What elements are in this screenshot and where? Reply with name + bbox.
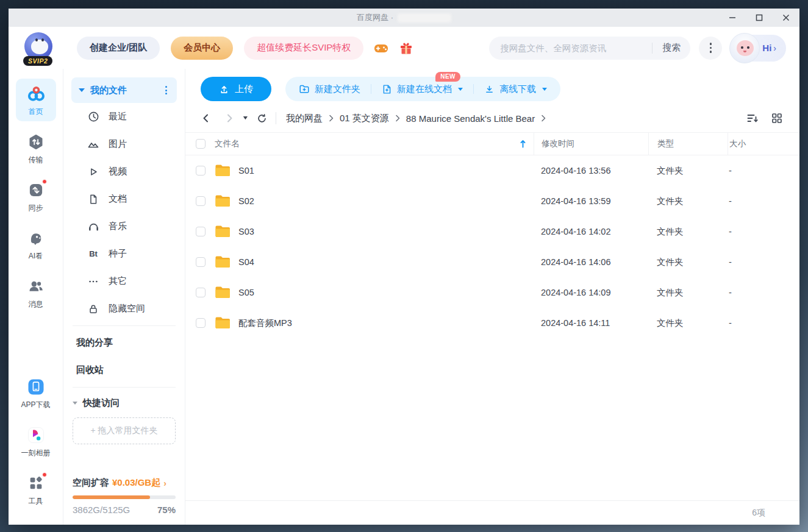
file-name[interactable]: S04 (238, 257, 254, 267)
sidebar-item-torrents[interactable]: Bt 种子 (71, 240, 177, 268)
chevron-right-icon: › (163, 478, 166, 488)
sidebar-item-documents[interactable]: 文档 (71, 185, 177, 213)
file-type: 文件夹 (657, 287, 684, 299)
sidebar-item-other[interactable]: 其它 (71, 268, 177, 295)
refresh-icon[interactable] (257, 113, 267, 124)
grid-view-icon[interactable] (771, 113, 782, 124)
drag-folder-dropzone[interactable]: + 拖入常用文件夹 (73, 417, 176, 444)
sidebar-item-recent[interactable]: 最近 (71, 103, 177, 130)
new-folder-icon (299, 83, 310, 94)
divider (73, 325, 176, 326)
row-checkbox[interactable] (196, 288, 206, 297)
column-modified[interactable]: 修改时间 (542, 138, 574, 149)
storage-percent-text: 75% (157, 505, 176, 515)
file-name[interactable]: S02 (238, 196, 254, 206)
create-team-button[interactable]: 创建企业/团队 (77, 37, 160, 60)
file-list: S01 2024-04-16 13:56 文件夹 - (185, 155, 799, 500)
close-button[interactable] (773, 9, 799, 27)
main-panel: 上传 新建文件夹 NEW 新建在线文档 (185, 69, 799, 525)
row-checkbox[interactable] (196, 227, 206, 236)
rail-item-app-download[interactable]: APP下载 (16, 372, 56, 414)
rail-item-ai-view[interactable]: AI看 (16, 223, 56, 266)
search-button[interactable]: 搜索 (652, 42, 690, 54)
sidebar-item-recycle-bin[interactable]: 回收站 (71, 356, 177, 384)
new-online-doc-button[interactable]: NEW 新建在线文档 (382, 83, 463, 95)
nav-rail: 首页 传输 同步 (9, 69, 63, 525)
app-logo[interactable]: SVIP2 (23, 31, 57, 65)
file-size: - (729, 166, 732, 176)
history-dropdown-icon[interactable] (243, 116, 248, 121)
file-type: 文件夹 (657, 165, 684, 177)
file-modified: 2024-04-16 13:56 (541, 166, 611, 176)
file-size: - (729, 257, 732, 267)
sidebar-item-my-files[interactable]: 我的文件 (71, 77, 177, 103)
column-type[interactable]: 类型 (657, 138, 674, 149)
file-modified: 2024-04-16 14:06 (541, 257, 611, 267)
sidebar-item-videos[interactable]: 视频 (71, 158, 177, 185)
toolbar: 上传 新建文件夹 NEW 新建在线文档 (185, 69, 799, 101)
sidebar-item-pictures[interactable]: 图片 (71, 130, 177, 158)
user-account-button[interactable]: Hi › (731, 35, 786, 62)
chevron-right-icon (540, 115, 546, 122)
row-checkbox[interactable] (196, 318, 206, 328)
svip-renew-button[interactable]: 超值续费延长SVIP特权 (244, 37, 363, 60)
new-folder-button[interactable]: 新建文件夹 (299, 83, 360, 95)
minimize-button[interactable] (719, 9, 746, 27)
sidebar-item-my-shares[interactable]: 我的分享 (71, 329, 177, 356)
rail-item-messages[interactable]: 消息 (16, 271, 56, 314)
storage-expand-link[interactable]: 空间扩容 ¥0.03/GB起 › (73, 477, 176, 489)
rail-item-photos[interactable]: 一刻相册 (16, 420, 56, 463)
row-checkbox[interactable] (196, 196, 206, 206)
gift-icon[interactable] (399, 41, 413, 55)
sort-order-icon[interactable] (746, 113, 759, 124)
folder-icon (215, 225, 231, 238)
table-row[interactable]: S03 2024-04-16 14:02 文件夹 - (185, 216, 799, 247)
folder-icon (215, 316, 231, 330)
sidebar-section-quick-access[interactable]: 快捷访问 (71, 391, 177, 415)
download-icon (484, 84, 495, 94)
column-name[interactable]: 文件名 (215, 138, 240, 149)
search-input[interactable] (489, 43, 652, 53)
file-modified: 2024-04-16 14:02 (541, 227, 611, 236)
caret-down-icon (79, 88, 85, 92)
back-button[interactable] (201, 113, 212, 124)
chevron-right-icon: › (773, 43, 776, 53)
table-row[interactable]: S04 2024-04-16 14:06 文件夹 - (185, 247, 799, 277)
sidebar-item-music[interactable]: 音乐 (71, 213, 177, 240)
breadcrumb-item[interactable]: 我的网盘 (286, 113, 323, 124)
file-name[interactable]: S03 (238, 227, 254, 236)
svip-badge: SVIP2 (23, 56, 52, 66)
table-row[interactable]: S05 2024-04-16 14:09 文件夹 - (185, 277, 799, 308)
storage-progress-fill (73, 495, 150, 499)
my-files-more-icon[interactable] (163, 83, 170, 97)
rail-item-home[interactable]: 首页 (16, 79, 56, 121)
breadcrumb-item[interactable]: 01 英文资源 (340, 113, 389, 124)
file-name[interactable]: S05 (238, 288, 254, 297)
sort-ascending-icon[interactable] (520, 140, 526, 148)
select-all-checkbox[interactable] (196, 139, 206, 149)
forward-button[interactable] (224, 113, 235, 124)
breadcrumb-item[interactable]: 88 Maurice Sendak's Little Bear (406, 113, 535, 124)
folder-icon (215, 164, 231, 177)
upload-button[interactable]: 上传 (201, 77, 271, 101)
column-size[interactable]: 大小 (729, 138, 746, 149)
game-icon[interactable] (373, 40, 389, 56)
bt-icon: Bt (87, 248, 99, 260)
row-checkbox[interactable] (196, 257, 206, 267)
sidebar-item-hidden-space[interactable]: 隐藏空间 (71, 295, 177, 322)
rail-item-tools[interactable]: 工具 (16, 468, 56, 511)
user-avatar (729, 33, 760, 63)
file-name[interactable]: S01 (238, 166, 254, 176)
table-row[interactable]: S02 2024-04-16 13:59 文件夹 - (185, 186, 799, 216)
member-center-button[interactable]: 会员中心 (171, 37, 233, 60)
row-checkbox[interactable] (196, 166, 206, 176)
maximize-button[interactable] (746, 9, 773, 27)
offline-download-button[interactable]: 离线下载 (484, 83, 547, 95)
more-menu-icon[interactable] (699, 37, 722, 60)
table-row[interactable]: 配套音频MP3 2024-04-16 14:11 文件夹 - (185, 308, 799, 338)
file-name[interactable]: 配套音频MP3 (238, 317, 292, 329)
table-row[interactable]: S01 2024-04-16 13:56 文件夹 - (185, 155, 799, 186)
rail-item-sync[interactable]: 同步 (16, 175, 56, 218)
rail-item-transfer[interactable]: 传输 (16, 127, 56, 169)
greeting-text: Hi (762, 43, 771, 53)
